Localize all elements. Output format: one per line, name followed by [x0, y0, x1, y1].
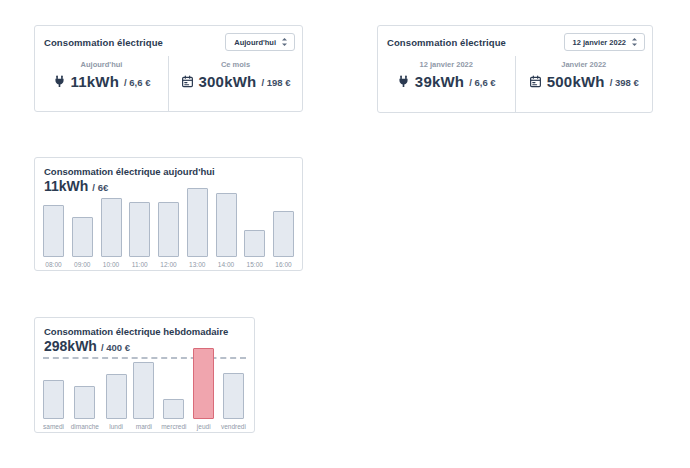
stat-month: Ce mois 300kWh / 198 € — [169, 58, 302, 110]
stat-value: 11kWh — [71, 73, 120, 90]
card-consumption-date: Consommation électrique 12 janvier 2022 … — [377, 25, 653, 113]
bar-axis-label: mardi — [136, 423, 152, 430]
calendar-icon — [181, 75, 194, 88]
stat-sub-value: / 398 € — [610, 75, 639, 88]
card-header: Consommation électrique 12 janvier 2022 — [378, 26, 652, 51]
bar-axis-label: samedi — [43, 423, 64, 430]
bar-group: 11:00 — [129, 202, 150, 268]
stat-selected-month: Janvier 2022 500kWh / 398 € — [516, 58, 653, 110]
bar-group: vendredi — [221, 373, 246, 430]
card-body: Aujourd'hui 11kWh / 6,6 € Ce mois — [35, 58, 302, 110]
bar-group: mercredi — [161, 399, 186, 430]
date-dropdown-value: 12 janvier 2022 — [573, 38, 626, 47]
bar-group: 15:00 — [244, 230, 265, 268]
card-daily-chart: Consommation électrique aujourd'hui 11kW… — [34, 157, 303, 271]
bar-axis-label: dimanche — [71, 423, 99, 430]
bar-axis-label: lundi — [109, 423, 123, 430]
calendar-icon — [529, 75, 542, 88]
bar — [133, 362, 154, 419]
bar-group: 12:00 — [158, 202, 179, 268]
bar-axis-label: 15:00 — [247, 261, 263, 268]
card-body: 12 janvier 2022 39kWh / 6,6 € Janvier 20… — [378, 58, 652, 110]
bar-group: mardi — [133, 362, 154, 430]
bar-axis-label: jeudi — [197, 423, 211, 430]
stat-label: Janvier 2022 — [561, 60, 606, 69]
card-weekly-chart: Consommation électrique hebdomadaire 298… — [34, 317, 255, 433]
stat-value: 39kWh — [415, 73, 464, 90]
bar-group: 16:00 — [273, 211, 294, 268]
card-header: Consommation électrique Aujourd'hui — [35, 26, 302, 51]
bar — [244, 230, 265, 257]
chevron-updown-icon — [631, 37, 638, 47]
bar-axis-label: 10:00 — [103, 261, 119, 268]
stat-label: Aujourd'hui — [81, 60, 123, 69]
bar — [129, 202, 150, 257]
bar-axis-label: vendredi — [221, 423, 246, 430]
bar-group: 08:00 — [43, 205, 64, 268]
bar-axis-label: 14:00 — [218, 261, 234, 268]
stat-sub-value: / 198 € — [261, 75, 290, 88]
bar-group: lundi — [106, 374, 127, 430]
chart-title: Consommation électrique hebdomadaire — [44, 326, 228, 337]
bar-group: dimanche — [71, 386, 99, 430]
stat-label: Ce mois — [221, 60, 250, 69]
card-title: Consommation électrique — [387, 37, 506, 48]
chart-title: Consommation électrique aujourd'hui — [44, 166, 215, 177]
bar — [223, 373, 244, 419]
bar — [101, 198, 122, 257]
plug-icon — [397, 75, 410, 88]
bar-axis-label: 09:00 — [74, 261, 90, 268]
period-dropdown[interactable]: Aujourd'hui — [225, 33, 295, 51]
stat-value: 500kWh — [547, 73, 605, 90]
stat-today: Aujourd'hui 11kWh / 6,6 € — [35, 58, 168, 110]
stat-label: 12 janvier 2022 — [420, 60, 473, 69]
bar-group: jeudi — [193, 348, 214, 430]
bar — [273, 211, 294, 257]
bar-group: 13:00 — [187, 188, 208, 268]
daily-bar-chart: 08:0009:0010:0011:0012:0013:0014:0015:00… — [43, 188, 294, 268]
bar-group: 09:00 — [72, 217, 93, 268]
stat-selected-day: 12 janvier 2022 39kWh / 6,6 € — [378, 58, 515, 110]
bar — [163, 399, 184, 419]
bar-axis-label: mercredi — [161, 423, 186, 430]
bar — [106, 374, 127, 419]
bar-axis-label: 13:00 — [189, 261, 205, 268]
bar — [72, 217, 93, 257]
bar — [43, 205, 64, 257]
card-title: Consommation électrique — [44, 37, 163, 48]
bar — [74, 386, 95, 419]
bar-axis-label: 08:00 — [45, 261, 61, 268]
bar-highlighted — [193, 348, 214, 419]
bar — [43, 380, 64, 419]
stat-value: 300kWh — [199, 73, 257, 90]
weekly-bar-chart: samedidimanchelundimardimercredijeudiven… — [43, 348, 246, 430]
card-consumption-today: Consommation électrique Aujourd'hui Aujo… — [34, 25, 303, 112]
chevron-updown-icon — [281, 37, 288, 47]
bar — [158, 202, 179, 257]
bar — [187, 188, 208, 257]
bar-axis-label: 11:00 — [132, 261, 148, 268]
bar-axis-label: 16:00 — [275, 261, 291, 268]
stat-sub-value: / 6,6 € — [124, 75, 150, 88]
bar-group: 14:00 — [216, 193, 237, 268]
stat-sub-value: / 6,6 € — [469, 75, 495, 88]
page: Consommation électrique Aujourd'hui Aujo… — [0, 0, 690, 468]
bar — [216, 193, 237, 257]
bar-axis-label: 12:00 — [160, 261, 176, 268]
bar-group: 10:00 — [101, 198, 122, 268]
date-dropdown[interactable]: 12 janvier 2022 — [564, 33, 645, 51]
bar-group: samedi — [43, 380, 64, 430]
period-dropdown-value: Aujourd'hui — [234, 38, 276, 47]
plug-icon — [53, 75, 66, 88]
